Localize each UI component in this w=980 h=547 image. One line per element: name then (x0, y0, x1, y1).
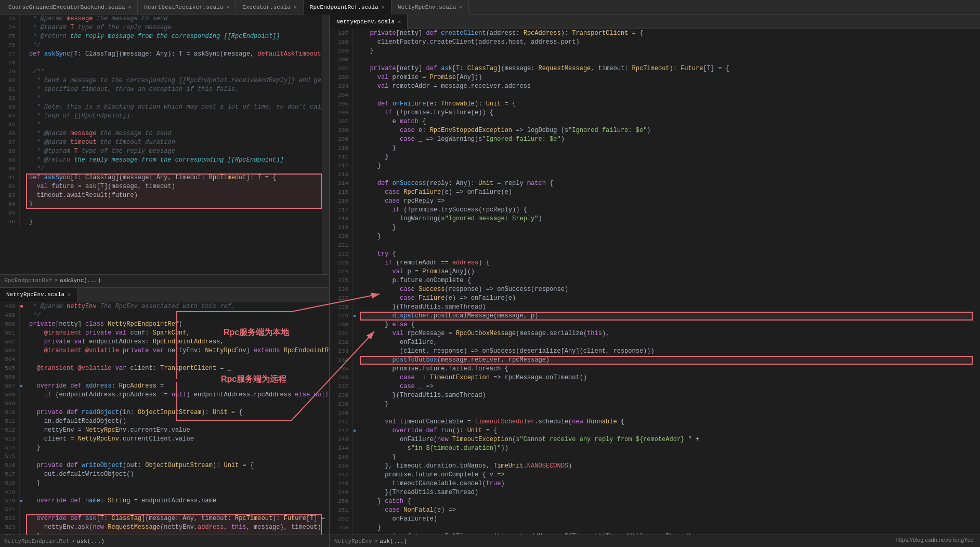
left-top-scrollbar[interactable] (322, 15, 329, 274)
tab-nettyrpcenv-bottom[interactable]: NettyRpcEnv.scala ✕ (0, 287, 77, 302)
tab-label-rpcendpointref: RpcEndpointRef.scala (310, 4, 378, 10)
bc-rpcendpointref: RpcEndpointRef (4, 277, 52, 284)
tab-nettyrpcenv-right[interactable]: NettyRpcEnv.scala ✕ (330, 15, 408, 29)
right-code-lines: 197 private[netty] def createClient(addr… (330, 29, 980, 547)
left-bottom-editor: NettyRpcEnv.scala ✕ 498● * @param nettyE… (0, 287, 329, 548)
tab-bar: CoarseGrainedExecutorBackend.scala ✕ Hea… (0, 0, 980, 15)
close-heartbeat[interactable]: ✕ (226, 4, 229, 10)
main-layout: 73 * @param message the message to send … (0, 15, 980, 547)
left-bottom-code: 498● * @param nettyEnv The RpcEnv associ… (0, 302, 329, 535)
tab-label-coarse: CoarseGrainedExecutorBackend.scala (8, 4, 125, 10)
right-code-area: 197 private[netty] def createClient(addr… (330, 29, 980, 547)
right-tabbar: NettyRpcEnv.scala ✕ (330, 15, 980, 29)
left-top-breadcrumb: RpcEndpointRef > askSync(...) (0, 274, 329, 287)
tab-executor[interactable]: Executor.scala ✕ (236, 0, 303, 15)
tab-label-executor: Executor.scala (242, 4, 290, 10)
close-executor[interactable]: ✕ (294, 4, 297, 10)
bc-ask-right: ask(...) (380, 538, 407, 544)
close-coarse[interactable]: ✕ (128, 4, 131, 10)
tab-heartbeat[interactable]: HeartbeatReceiver.scala ✕ (138, 0, 236, 15)
tab-nettyrpcenv[interactable]: NettyRpcEnv.scala ✕ (391, 0, 469, 15)
close-nettyrpcenv[interactable]: ✕ (459, 4, 462, 10)
right-breadcrumb: NettyRpcEnv > ask(...) (330, 535, 980, 547)
bc-nettyrpcendpointref: NettyRpcEndpointRef (4, 538, 69, 544)
left-top-editor[interactable]: 73 * @param message the message to send … (0, 15, 329, 274)
left-bottom-tabbar: NettyRpcEnv.scala ✕ (0, 288, 329, 302)
bc-ask: ask(...) (77, 538, 104, 544)
tab-coarse[interactable]: CoarseGrainedExecutorBackend.scala ✕ (2, 0, 138, 15)
watermark: https://blog.csdn.net/oTengYue (896, 537, 974, 543)
tab-label-heartbeat: HeartbeatReceiver.scala (144, 4, 223, 10)
bc-asksync: askSync(...) (60, 277, 101, 284)
left-bottom-breadcrumb: NettyRpcEndpointRef > ask(...) (0, 535, 329, 547)
right-panel: NettyRpcEnv.scala ✕ 197 private[netty] d… (330, 15, 980, 547)
close-rpcendpointref[interactable]: ✕ (382, 4, 385, 10)
bc-nettyrpcenv-right: NettyRpcEnv (334, 538, 372, 544)
app-container: CoarseGrainedExecutorBackend.scala ✕ Hea… (0, 0, 980, 547)
tab-rpcendpointref[interactable]: RpcEndpointRef.scala ✕ (304, 0, 391, 15)
left-top-code-lines: 73 * @param message the message to send … (0, 15, 329, 226)
tab-label-nettyrpcenv: NettyRpcEnv.scala (398, 4, 456, 10)
left-panel: 73 * @param message the message to send … (0, 15, 330, 547)
